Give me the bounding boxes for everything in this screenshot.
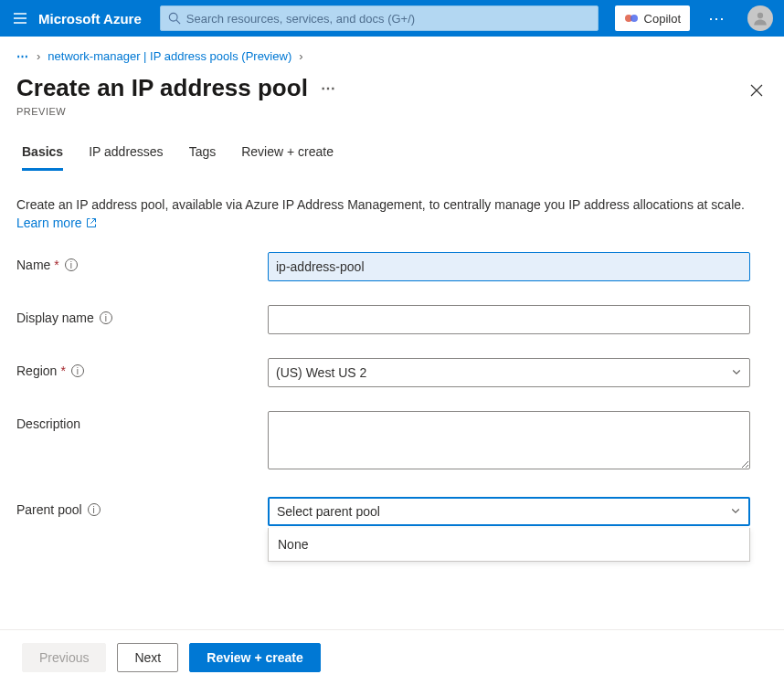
chevron-right-icon: › (37, 49, 40, 63)
search-icon (168, 12, 181, 25)
search-wrap: Search resources, services, and docs (G+… (160, 5, 599, 31)
title-row: Create an IP address pool ⋯ PREVIEW (0, 70, 784, 117)
parent-pool-placeholder: Select parent pool (277, 504, 380, 519)
label-name: Name (16, 258, 50, 272)
tab-review-create[interactable]: Review + create (241, 144, 334, 171)
breadcrumb-more-icon[interactable]: ⋯ (16, 49, 29, 63)
row-name: Name * i (16, 252, 768, 281)
copilot-button[interactable]: Copilot (615, 5, 690, 31)
person-icon (752, 10, 768, 26)
description-block: Create an IP address pool, available via… (0, 171, 784, 232)
label-description: Description (16, 416, 80, 431)
page-title: Create an IP address pool (16, 74, 308, 102)
form: Name * i Display name i Region * i (US) … (0, 232, 784, 526)
row-parent-pool: Parent pool i Select parent pool None (16, 497, 768, 526)
label-parent-pool: Parent pool (16, 502, 82, 517)
review-create-button[interactable]: Review + create (189, 643, 320, 672)
copilot-label: Copilot (644, 12, 681, 26)
info-icon[interactable]: i (88, 503, 101, 516)
row-display-name: Display name i (16, 305, 768, 334)
description-text: Create an IP address pool, available via… (16, 197, 745, 212)
copilot-icon (624, 11, 639, 26)
tab-ip-addresses[interactable]: IP addresses (89, 144, 163, 171)
info-icon[interactable]: i (100, 311, 112, 324)
region-select[interactable]: (US) West US 2 (268, 358, 750, 387)
search-placeholder-text: Search resources, services, and docs (G+… (186, 12, 590, 26)
row-region: Region * i (US) West US 2 (16, 358, 768, 387)
svg-line-1 (176, 20, 180, 24)
next-button[interactable]: Next (117, 643, 178, 672)
close-icon (749, 83, 764, 98)
user-avatar[interactable] (747, 5, 773, 31)
search-input[interactable]: Search resources, services, and docs (G+… (160, 5, 599, 31)
page-subtitle: PREVIEW (16, 106, 746, 117)
breadcrumb: ⋯ › network-manager | IP address pools (… (0, 37, 784, 70)
label-region: Region (16, 364, 57, 378)
learn-more-link[interactable]: Learn more (16, 215, 97, 233)
dropdown-option-none[interactable]: None (269, 528, 749, 561)
required-indicator: * (60, 364, 65, 378)
tab-basics[interactable]: Basics (22, 144, 63, 171)
close-button[interactable] (746, 79, 768, 105)
info-icon[interactable]: i (65, 258, 78, 271)
tabs: Basics IP addresses Tags Review + create (0, 117, 784, 171)
chevron-right-icon: › (299, 49, 302, 63)
description-textarea[interactable] (268, 411, 750, 469)
hamburger-menu-icon[interactable] (11, 9, 29, 27)
required-indicator: * (54, 258, 58, 272)
title-more-icon[interactable]: ⋯ (321, 79, 336, 97)
svg-point-4 (758, 13, 763, 18)
name-input[interactable] (268, 252, 750, 281)
chevron-down-icon (731, 365, 742, 380)
region-value: (US) West US 2 (276, 365, 366, 380)
top-bar: Microsoft Azure Search resources, servic… (0, 0, 784, 37)
display-name-input[interactable] (268, 305, 750, 334)
row-description: Description (16, 411, 768, 473)
label-display-name: Display name (16, 311, 94, 325)
chevron-down-icon (730, 504, 741, 519)
svg-point-0 (169, 13, 177, 21)
brand-label[interactable]: Microsoft Azure (38, 11, 142, 26)
topbar-more-icon[interactable]: ⋯ (699, 8, 735, 28)
parent-pool-select[interactable]: Select parent pool (268, 497, 750, 526)
footer-actions: Previous Next Review + create (0, 629, 784, 685)
external-link-icon (86, 217, 97, 228)
svg-point-3 (630, 15, 638, 22)
breadcrumb-link[interactable]: network-manager | IP address pools (Prev… (48, 49, 291, 63)
info-icon[interactable]: i (71, 364, 84, 377)
previous-button: Previous (22, 643, 106, 672)
tab-tags[interactable]: Tags (189, 144, 217, 171)
parent-pool-dropdown: None (268, 528, 750, 562)
